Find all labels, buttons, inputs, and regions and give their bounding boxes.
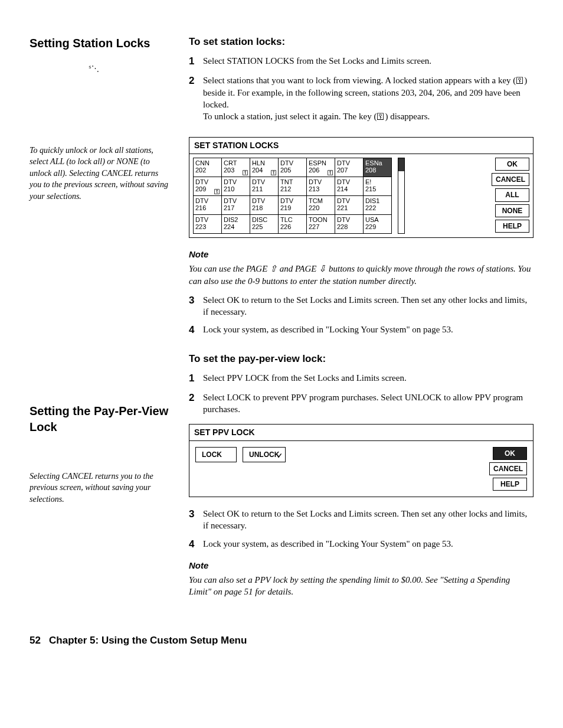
step-text: Select stations that you want to lock fr… <box>203 74 533 129</box>
station-cell[interactable]: DTV211 <box>250 177 279 196</box>
sidenote-station-locks: To quickly unlock or lock all stations, … <box>30 145 171 203</box>
station-cell[interactable]: DTV207 <box>335 158 364 177</box>
step-number: 1 <box>189 372 203 386</box>
station-cell[interactable]: DTV209⚿ <box>194 177 222 196</box>
step-text: Select PPV LOCK from the Set Locks and L… <box>203 372 533 386</box>
step-number: 3 <box>189 294 203 318</box>
key-icon: ⚿ <box>377 112 385 121</box>
key-icon: ⚿ <box>271 169 277 176</box>
station-cell[interactable]: DISC225 <box>250 215 279 234</box>
station-cell[interactable]: TLC226 <box>279 215 307 234</box>
station-cell[interactable]: DTV213 <box>307 177 335 196</box>
step-text: Lock your system, as described in "Locki… <box>203 324 533 337</box>
check-icon: ✓ <box>277 451 283 461</box>
subtitle-set-ppv-lock: To set the pay-per-view lock: <box>189 352 533 366</box>
panel-title: SET PPV LOCK <box>189 425 533 441</box>
section-title-ppv-lock: Setting the Pay-Per-View Lock <box>30 403 171 435</box>
station-cell[interactable]: DTV217 <box>222 196 250 215</box>
decor-mark: ˢ⋱ <box>89 63 171 74</box>
station-cell[interactable]: DTV205 <box>279 158 307 177</box>
chapter-title: Chapter 5: Using the Custom Setup Menu <box>49 635 247 646</box>
station-cell[interactable]: TCM220 <box>307 196 335 215</box>
station-cell[interactable]: E!215 <box>364 177 392 196</box>
note-heading: Note <box>189 249 533 260</box>
station-cell[interactable]: DIS2224 <box>222 215 250 234</box>
station-cell[interactable]: DTV228 <box>335 215 364 234</box>
station-cell[interactable]: DTV223 <box>194 215 222 234</box>
station-grid: CNN202CRT203⚿HLN204⚿DTV205ESPN206⚿DTV207… <box>193 158 392 234</box>
station-cell[interactable]: DTV216 <box>194 196 222 215</box>
cancel-button[interactable]: CANCEL <box>492 173 529 186</box>
unlock-button[interactable]: UNLOCK ✓ <box>243 447 286 462</box>
none-button[interactable]: NONE <box>495 204 529 217</box>
step-text: Lock your system, as described in "Locki… <box>203 538 533 551</box>
step-number: 4 <box>189 324 203 337</box>
ok-button[interactable]: OK <box>495 158 529 171</box>
station-cell[interactable]: DTV218 <box>250 196 279 215</box>
section-title-station-locks: Setting Station Locks <box>30 35 171 51</box>
scrollbar[interactable] <box>398 158 405 234</box>
cancel-button[interactable]: CANCEL <box>489 462 527 475</box>
key-icon: ⚿ <box>516 76 524 85</box>
note-body: You can use the PAGE ⇧ and PAGE ⇩ button… <box>189 263 533 287</box>
step-number: 1 <box>189 55 203 68</box>
subtitle-set-station-locks: To set station locks: <box>189 35 533 49</box>
key-icon: ⚿ <box>214 188 220 195</box>
all-button[interactable]: ALL <box>495 188 529 201</box>
note-body: You can also set a PPV lock by setting t… <box>189 574 533 598</box>
step-text: Select OK to return to the Set Locks and… <box>203 508 533 532</box>
step-text: Select STATION LOCKS from the Set Locks … <box>203 55 533 68</box>
key-icon: ⚿ <box>243 169 248 176</box>
station-cell[interactable]: CRT203⚿ <box>222 158 250 177</box>
lock-button[interactable]: LOCK <box>195 447 237 462</box>
key-icon: ⚿ <box>328 169 333 176</box>
panel-title: SET STATION LOCKS <box>189 138 533 154</box>
station-cell[interactable]: ESPN206⚿ <box>307 158 335 177</box>
scrollbar-thumb[interactable] <box>398 158 404 171</box>
page-number: 52 <box>30 635 41 646</box>
station-cell[interactable]: DTV221 <box>335 196 364 215</box>
help-button[interactable]: HELP <box>493 478 527 491</box>
note-heading: Note <box>189 560 533 572</box>
station-cell[interactable]: TNT212 <box>279 177 307 196</box>
set-ppv-lock-panel: SET PPV LOCK LOCK UNLOCK ✓ OK CANCEL HEL… <box>189 424 533 497</box>
station-cell[interactable]: DIS1222 <box>364 196 392 215</box>
set-station-locks-panel: SET STATION LOCKS CNN202CRT203⚿HLN204⚿DT… <box>189 137 533 238</box>
sidenote-ppv-lock: Selecting CANCEL returns you to the prev… <box>30 471 171 505</box>
station-cell[interactable]: DTV214 <box>335 177 364 196</box>
step-text: Select OK to return to the Set Locks and… <box>203 294 533 318</box>
step-number: 2 <box>189 74 203 129</box>
station-cell[interactable]: USA229 <box>364 215 392 234</box>
step-text: Select LOCK to prevent PPV program purch… <box>203 391 533 416</box>
step-number: 3 <box>189 508 203 532</box>
page-footer: 52 Chapter 5: Using the Custom Setup Men… <box>30 634 533 648</box>
station-cell[interactable]: DTV219 <box>279 196 307 215</box>
step-number: 2 <box>189 391 203 416</box>
station-cell[interactable]: TOON227 <box>307 215 335 234</box>
station-cell[interactable]: CNN202 <box>194 158 222 177</box>
station-cell[interactable]: HLN204⚿ <box>250 158 279 177</box>
step-number: 4 <box>189 538 203 551</box>
help-button[interactable]: HELP <box>495 220 529 233</box>
ok-button[interactable]: OK <box>493 447 527 460</box>
station-cell[interactable]: DTV210 <box>222 177 250 196</box>
station-cell[interactable]: ESNa208 <box>364 158 392 177</box>
